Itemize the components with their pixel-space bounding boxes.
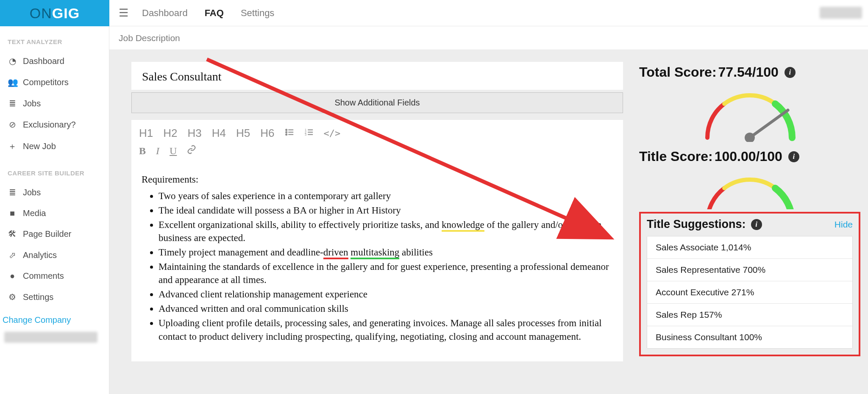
topbar: ☰ DashboardFAQSettings — [109, 0, 868, 26]
sidebar-item-label: Jobs — [23, 99, 41, 108]
title-suggestion[interactable]: Sales Rep 157% — [647, 303, 852, 326]
requirement-item: Timely project management and deadline-d… — [159, 246, 613, 259]
sidebar-item-analytics[interactable]: ⬀Analytics — [0, 244, 109, 266]
title-suggestion[interactable]: Sales Representative 700% — [647, 258, 852, 281]
underline-button[interactable]: U — [170, 145, 177, 157]
sidebar-item-settings[interactable]: ⚙Settings — [0, 286, 109, 308]
breadcrumb-text: Job Description — [119, 33, 180, 43]
people-icon: 👥 — [8, 77, 17, 87]
numbered-list-button[interactable]: 123 — [304, 127, 314, 140]
requirement-item: Advanced written and oral communication … — [159, 302, 613, 315]
info-icon[interactable]: i — [788, 151, 799, 162]
title-suggestions-list: Sales Associate 1,014%Sales Representati… — [647, 236, 853, 349]
list-icon: ≣ — [8, 98, 17, 108]
redacted-company-name — [4, 332, 97, 343]
job-title[interactable]: Sales Consultant — [142, 70, 612, 83]
title-score-value: 100.00/100 — [715, 149, 782, 164]
brand-first: ON — [30, 5, 52, 22]
sidebar-item-page-builder[interactable]: 🛠Page Builder — [0, 224, 109, 244]
workspace: Sales Consultant Show Additional Fields … — [109, 50, 868, 394]
sidebar-item-dashboard[interactable]: ◔Dashboard — [0, 50, 109, 72]
sidebar-item-competitors[interactable]: 👥Competitors — [0, 72, 109, 93]
requirement-item: The ideal candidate will possess a BA or… — [159, 204, 613, 217]
ban-icon: ⊘ — [8, 119, 17, 130]
sidebar-item-label: Settings — [23, 292, 53, 302]
list-icon: ≣ — [8, 187, 17, 197]
gear-icon: ⚙ — [8, 292, 17, 302]
sidebar-item-jobs[interactable]: ≣Jobs — [0, 93, 109, 114]
hide-suggestions-link[interactable]: Hide — [835, 219, 853, 230]
svg-point-4 — [286, 134, 287, 135]
requirement-item: Advanced client relationship management … — [159, 288, 613, 301]
sidebar-item-label: Exclusionary? — [23, 120, 76, 130]
link-button[interactable] — [187, 145, 196, 157]
brand-logo[interactable]: ONGIG — [0, 0, 109, 26]
brand-second: GIG — [52, 5, 80, 22]
editor-column: Sales Consultant Show Additional Fields … — [131, 62, 623, 394]
sidebar-section-text-analyzer: TEXT ANALYZER — [0, 26, 109, 50]
bullets-button[interactable] — [285, 127, 294, 140]
topnav-faq[interactable]: FAQ — [205, 8, 224, 19]
title-score-label: Title Score: — [639, 149, 713, 164]
sidebar-item-media[interactable]: ■Media — [0, 203, 109, 224]
h4-button[interactable]: H4 — [212, 127, 226, 140]
gauge-title — [639, 169, 860, 209]
sidebar-item-comments[interactable]: ●Comments — [0, 266, 109, 286]
sidebar-item-jobs[interactable]: ≣Jobs — [0, 182, 109, 203]
title-suggestions-box: Title Suggestions: i Hide Sales Associat… — [639, 212, 860, 356]
requirement-item: Maintaining the standards of excellence … — [159, 260, 613, 286]
topnav-dashboard[interactable]: Dashboard — [142, 8, 188, 19]
h3-button[interactable]: H3 — [188, 127, 202, 140]
video-icon: ■ — [8, 208, 17, 218]
topnav-settings[interactable]: Settings — [241, 8, 275, 19]
svg-line-12 — [750, 110, 788, 138]
top-nav: DashboardFAQSettings — [142, 8, 274, 19]
redacted-user-name — [820, 7, 862, 19]
requirement-item: Excellent organizational skills, ability… — [159, 218, 613, 244]
title-suggestions-header: Title Suggestions: i Hide — [647, 218, 853, 231]
breadcrumb: Job Description — [109, 26, 868, 50]
bold-button[interactable]: B — [139, 145, 146, 157]
sidebar: ONGIG TEXT ANALYZER ◔Dashboard👥Competito… — [0, 0, 109, 394]
code-button[interactable]: </> — [324, 128, 341, 139]
sidebar-item-label: Dashboard — [23, 56, 64, 66]
sidebar-section-career-site-builder: CAREER SITE BUILDER — [0, 158, 109, 182]
h2-button[interactable]: H2 — [163, 127, 177, 140]
editor-toolbar: H1 H2 H3 H4 H5 H6 123 </> B I U — [131, 120, 623, 161]
gauge-total — [639, 84, 860, 144]
title-suggestion[interactable]: Business Consultant 100% — [647, 326, 852, 348]
change-company-link[interactable]: Change Company — [0, 308, 109, 327]
h5-button[interactable]: H5 — [236, 127, 250, 140]
h6-button[interactable]: H6 — [260, 127, 274, 140]
title-suggestions-label: Title Suggestions: — [647, 218, 746, 231]
h1-button[interactable]: H1 — [139, 127, 153, 140]
hammer-icon: 🛠 — [8, 229, 17, 239]
italic-button[interactable]: I — [156, 145, 159, 157]
sidebar-item-new-job[interactable]: ＋New Job — [0, 135, 109, 158]
sidebar-item-exclusionary-[interactable]: ⊘Exclusionary? — [0, 114, 109, 135]
sidebar-item-label: Comments — [23, 271, 64, 281]
title-score-line: Title Score: 100.00/100 i — [639, 146, 860, 169]
info-icon[interactable]: i — [785, 67, 796, 78]
hamburger-icon[interactable]: ☰ — [119, 6, 128, 19]
sidebar-item-label: Competitors — [23, 78, 69, 87]
show-additional-fields-button[interactable]: Show Additional Fields — [131, 92, 623, 113]
sidebar-item-label: Analytics — [23, 250, 57, 260]
editor-body[interactable]: Requirements: Two years of sales experie… — [131, 161, 623, 361]
job-title-card: Sales Consultant — [131, 62, 623, 90]
sidebar-item-label: Page Builder — [23, 229, 72, 239]
title-suggestion[interactable]: Account Executive 271% — [647, 281, 852, 303]
sidebar-item-label: New Job — [23, 142, 56, 151]
svg-text:3: 3 — [304, 133, 306, 136]
requirements-list: Two years of sales experience in a conte… — [142, 189, 613, 343]
requirement-item: Two years of sales experience in a conte… — [159, 189, 613, 203]
info-icon[interactable]: i — [751, 219, 762, 230]
chart-icon: ⬀ — [8, 250, 17, 260]
total-score-line: Total Score: 77.54/100 i — [639, 62, 860, 84]
requirements-heading: Requirements: — [142, 173, 613, 186]
requirement-item: Uploading client profile details, proces… — [159, 316, 613, 343]
sidebar-item-label: Jobs — [23, 188, 41, 197]
title-suggestion[interactable]: Sales Associate 1,014% — [647, 236, 852, 258]
total-score-label: Total Score: — [639, 64, 717, 80]
sidebar-item-label: Media — [23, 208, 46, 218]
